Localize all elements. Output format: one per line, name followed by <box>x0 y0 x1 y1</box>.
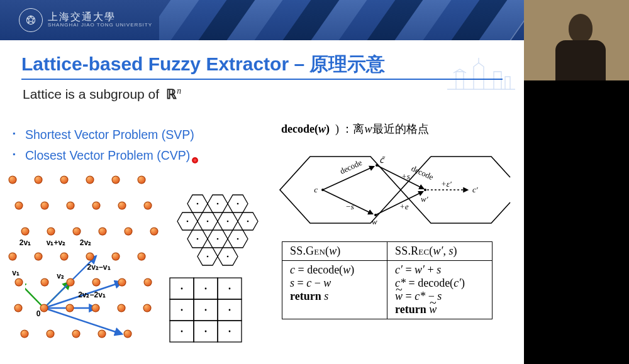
university-name-cn: 上海交通大學 <box>48 12 152 23</box>
svg-point-35 <box>205 331 207 333</box>
square-tiling-diagram <box>167 275 249 347</box>
math-R-n: ℝn <box>163 87 181 102</box>
svg-point-13 <box>247 221 249 223</box>
building-silhouette-icon <box>445 54 520 97</box>
svg-point-8 <box>217 203 219 205</box>
svg-point-45 <box>424 189 426 191</box>
gen-body: c = decode(w) s = c − w return s <box>282 261 387 319</box>
svg-point-0 <box>26 16 35 24</box>
slide-content: 2v₁ v₁+v₂ 2v₂ v₁ v₂ 2v₂−v₁ 2v₂−2v₁ 0 <box>0 175 524 363</box>
header-decoration <box>159 0 524 40</box>
svg-point-28 <box>181 288 183 290</box>
gear-star-icon <box>24 13 38 27</box>
decode-caption: decode(w) ) ：离w最近的格点 <box>281 121 429 136</box>
label-plus-s: +s <box>401 172 410 181</box>
presenter-webcam <box>524 0 629 80</box>
label-w: w <box>372 217 377 226</box>
svg-line-4 <box>44 308 121 334</box>
svg-point-34 <box>181 331 183 333</box>
svg-point-18 <box>227 256 229 258</box>
svg-point-10 <box>187 221 189 223</box>
hex-tiling-diagram <box>164 179 271 270</box>
title-chinese: 原理示意 <box>309 52 385 77</box>
svg-point-15 <box>217 238 219 240</box>
title-english: Lattice-based Fuzzy Extractor – <box>21 53 304 75</box>
svg-point-32 <box>205 309 207 311</box>
label-c-tilde: c̃ <box>379 155 386 165</box>
svg-point-14 <box>197 238 199 240</box>
gen-header: SS.Gen(w) <box>282 242 387 261</box>
svg-point-42 <box>321 189 324 191</box>
slide-header-band: 上海交通大學 SHANGHAI JIAO TONG UNIVERSITY <box>0 0 524 40</box>
presentation-slide: 上海交通大學 SHANGHAI JIAO TONG UNIVERSITY Lat… <box>0 0 524 364</box>
svg-point-9 <box>237 203 239 205</box>
rec-header: SS.Rec(w′, s) <box>387 242 493 261</box>
svg-point-44 <box>374 214 377 216</box>
svg-point-16 <box>237 238 239 240</box>
logo-text: 上海交通大學 SHANGHAI JIAO TONG UNIVERSITY <box>48 12 152 28</box>
label-2v2-minus-v1: 2v₂−v₁ <box>87 263 110 272</box>
label-2v1: 2v₁ <box>19 238 31 247</box>
decode-diagram: c c̃ c′ w w′ decode decode +s −s +e +ε′ <box>279 140 511 240</box>
svg-point-29 <box>205 288 207 290</box>
laser-pointer-icon <box>192 157 198 163</box>
svg-point-17 <box>207 256 209 258</box>
label-v1: v₁ <box>12 268 19 277</box>
svg-point-33 <box>229 309 231 311</box>
label-origin: 0 <box>36 309 41 318</box>
svg-point-36 <box>229 331 231 333</box>
label-w-prime: w′ <box>421 194 428 204</box>
svg-point-30 <box>229 288 231 290</box>
algorithm-table: SS.Gen(w) SS.Rec(w′, s) c = decode(w) s … <box>282 241 493 319</box>
svg-point-12 <box>227 221 229 223</box>
label-minus-s: −s <box>345 202 354 211</box>
rec-body: c′ = w′ + s c* = decode(c′) w = c* − s r… <box>387 261 493 319</box>
svg-point-11 <box>207 221 209 223</box>
label-2v2: 2v₂ <box>80 238 91 247</box>
label-plus-e: +e <box>399 202 409 211</box>
svg-point-43 <box>376 164 378 167</box>
label-c-prime: c′ <box>472 185 478 194</box>
subhead-text: Lattice is a subgroup of <box>23 87 159 101</box>
svg-point-7 <box>197 203 199 205</box>
label-plus-ep: +ε′ <box>441 179 452 189</box>
logo-emblem <box>19 8 43 32</box>
label-2v2-minus-2v1: 2v₂−2v₁ <box>78 290 106 299</box>
bullet-cvp-text: Closest Vector Problem (CVP) <box>25 148 190 162</box>
university-name-en: SHANGHAI JIAO TONG UNIVERSITY <box>48 23 152 28</box>
university-logo: 上海交通大學 SHANGHAI JIAO TONG UNIVERSITY <box>19 8 152 32</box>
label-v1-plus-v2: v₁+v₂ <box>47 238 65 247</box>
svg-point-31 <box>181 309 183 311</box>
lattice-diagram: 2v₁ v₁+v₂ 2v₂ v₁ v₂ 2v₂−v₁ 2v₂−2v₁ 0 <box>25 180 156 338</box>
label-v2: v₂ <box>57 272 64 280</box>
label-c: c <box>314 185 318 194</box>
